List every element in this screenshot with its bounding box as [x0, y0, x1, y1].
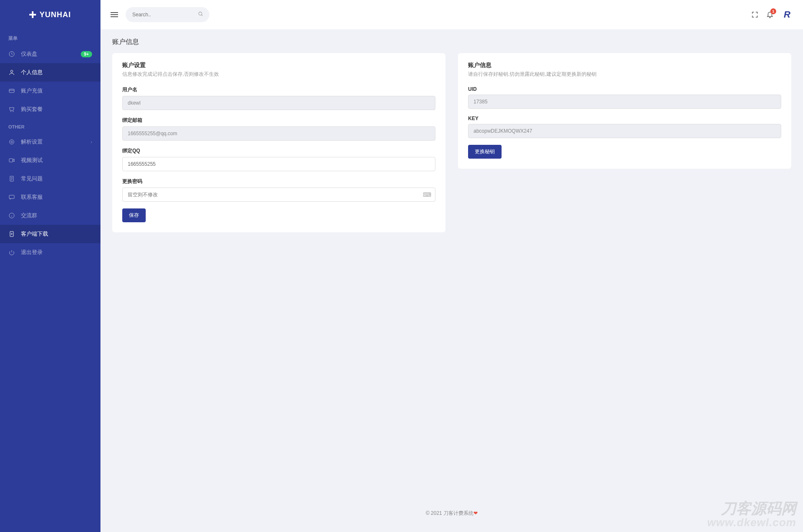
- sidebar-item-label: 退出登录: [21, 249, 92, 256]
- brand: YUNHAI: [0, 0, 100, 29]
- card-subtitle: 请自行保存好秘钥,切勿泄露此秘钥,建议定期更换新的秘钥: [468, 71, 781, 78]
- brand-text: YUNHAI: [39, 10, 71, 19]
- sidebar-item-label: 视频测试: [21, 157, 92, 164]
- sidebar-item-video[interactable]: 视频测试: [0, 151, 100, 170]
- uid-field: [468, 95, 781, 109]
- svg-point-6: [11, 141, 13, 143]
- svg-rect-2: [9, 89, 14, 93]
- save-button[interactable]: 保存: [122, 208, 146, 222]
- sidebar-item-label: 个人信息: [21, 69, 92, 76]
- footer-text: © 2021 刀客计费系统: [426, 510, 474, 516]
- fullscreen-icon[interactable]: [751, 11, 759, 18]
- download-icon: [8, 231, 15, 237]
- keyboard-icon[interactable]: ⌨: [423, 191, 431, 198]
- chevron-right-icon: ›: [91, 140, 92, 144]
- sidebar-item-logout[interactable]: 退出登录: [0, 243, 100, 262]
- cart-icon: [8, 106, 15, 113]
- video-icon: [8, 157, 15, 164]
- dashboard-badge: 9+: [81, 51, 92, 57]
- sidebar-item-label: 客户端下载: [21, 230, 92, 238]
- sidebar-item-label: 交流群: [21, 212, 92, 219]
- sidebar: YUNHAI 菜单 仪表盘 9+ 个人信息 账户充值 购买套餐 OTHER 解析…: [0, 0, 100, 532]
- sidebar-item-label: 联系客服: [21, 193, 92, 201]
- bell-icon[interactable]: 1: [766, 11, 774, 18]
- info-icon: [8, 212, 15, 219]
- search-wrap: [126, 7, 209, 22]
- sidebar-item-package[interactable]: 购买套餐: [0, 100, 100, 118]
- heart-icon: ❤: [474, 510, 478, 516]
- svg-point-5: [10, 140, 14, 144]
- sidebar-item-parse[interactable]: 解析设置 ›: [0, 133, 100, 151]
- password-field[interactable]: [122, 188, 435, 202]
- svg-rect-7: [9, 159, 13, 162]
- card-account-info: 账户信息 请自行保存好秘钥,切勿泄露此秘钥,建议定期更换新的秘钥 UID KEY…: [458, 53, 791, 169]
- svg-rect-9: [9, 195, 14, 198]
- sidebar-item-recharge[interactable]: 账户充值: [0, 82, 100, 100]
- menu-toggle-icon[interactable]: [111, 12, 118, 17]
- sidebar-item-faq[interactable]: 常见问题: [0, 170, 100, 188]
- app-logo-icon[interactable]: R: [781, 9, 793, 21]
- sidebar-item-label: 常见问题: [21, 175, 92, 182]
- card-subtitle: 信息修改完成记得点击保存,否则修改不生效: [122, 71, 435, 78]
- footer: © 2021 刀客计费系统❤: [112, 503, 791, 524]
- rekey-button[interactable]: 更换秘钥: [468, 145, 502, 159]
- sidebar-item-label: 仪表盘: [21, 50, 75, 58]
- page-title: 账户信息: [112, 38, 791, 46]
- sidebar-item-profile[interactable]: 个人信息: [0, 63, 100, 82]
- svg-point-3: [10, 111, 11, 112]
- label-email: 绑定邮箱: [122, 117, 435, 124]
- sidebar-item-label: 账户充值: [21, 87, 92, 95]
- card-title: 账户信息: [468, 62, 781, 69]
- label-key: KEY: [468, 116, 781, 121]
- label-uid: UID: [468, 86, 781, 92]
- topbar: 1 R: [100, 0, 803, 29]
- label-qq: 绑定QQ: [122, 147, 435, 154]
- menu-header-other: OTHER: [0, 118, 100, 133]
- svg-point-4: [13, 111, 13, 112]
- sidebar-item-label: 解析设置: [21, 138, 85, 146]
- label-username: 用户名: [122, 86, 435, 93]
- email-field: [122, 126, 435, 141]
- sidebar-item-group[interactable]: 交流群: [0, 206, 100, 225]
- sidebar-item-label: 购买套餐: [21, 105, 92, 113]
- username-field: [122, 96, 435, 110]
- svg-point-1: [10, 70, 13, 72]
- menu-header-main: 菜单: [0, 29, 100, 45]
- user-icon: [8, 69, 15, 76]
- sidebar-item-dashboard[interactable]: 仪表盘 9+: [0, 45, 100, 63]
- sidebar-item-support[interactable]: 联系客服: [0, 188, 100, 206]
- target-icon: [8, 139, 15, 145]
- card-title: 账户设置: [122, 62, 435, 69]
- key-field: [468, 124, 781, 138]
- card-account-settings: 账户设置 信息修改完成记得点击保存,否则修改不生效 用户名 绑定邮箱 绑定QQ: [112, 53, 445, 232]
- brand-icon: [29, 11, 36, 18]
- search-input[interactable]: [126, 7, 209, 22]
- notification-badge: 1: [770, 8, 776, 14]
- card-icon: [8, 87, 15, 94]
- file-icon: [8, 175, 15, 182]
- sidebar-item-download[interactable]: 客户端下载: [0, 225, 100, 243]
- power-icon: [8, 249, 15, 256]
- clock-icon: [8, 51, 15, 57]
- label-password: 更换密码: [122, 178, 435, 185]
- chat-icon: [8, 194, 15, 200]
- qq-field[interactable]: [122, 157, 435, 171]
